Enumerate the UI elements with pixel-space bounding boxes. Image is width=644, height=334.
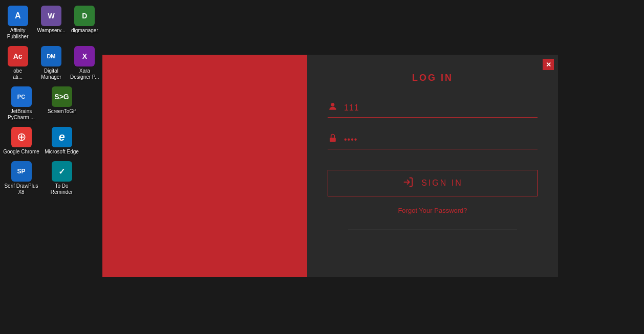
jetbrains-label: JetBrains PyCharm ... (3, 108, 39, 121)
acrobat-icon: Ac (8, 46, 28, 66)
decorative-red-panel (102, 55, 307, 277)
serif-label: Serif DrawPlus X8 (3, 183, 39, 195)
modal-area: ✕ LOG IN (102, 0, 644, 334)
lock-icon (328, 133, 338, 146)
desktop-icon-serif[interactable]: SP Serif DrawPlus X8 (2, 159, 40, 197)
svg-rect-1 (330, 138, 336, 142)
desktop-icon-digmanager[interactable]: D digmanager (69, 4, 100, 42)
sign-in-label: SIGN IN (421, 179, 463, 188)
digital-manager-icon: DM (41, 46, 61, 66)
chrome-label: Google Chrome (3, 149, 39, 155)
desktop: A Affinity Publisher W Wampserv... D dig… (0, 0, 102, 334)
chrome-icon: ⊕ (11, 127, 32, 147)
desktop-icon-affinity-publisher[interactable]: A Affinity Publisher (2, 4, 33, 42)
icon-row-2: Ac obeati... DM Digital Manager X Xara D… (0, 43, 102, 83)
icon-row-3: PC JetBrains PyCharm ... S>G ScreenToGif (0, 83, 102, 124)
username-input-group (328, 101, 538, 118)
todo-icon: ✓ (52, 161, 72, 182)
icon-row-4: ⊕ Google Chrome e Microsoft Edge (0, 124, 102, 158)
username-input[interactable] (344, 103, 538, 113)
desktop-icon-todo[interactable]: ✓ To Do Reminder (42, 159, 81, 197)
desktop-icon-wamp[interactable]: W Wampserv... (35, 4, 67, 42)
screentogif-icon: S>G (52, 86, 72, 107)
forgot-password-link[interactable]: Forgot Your Password? (398, 207, 467, 214)
login-box: ✕ LOG IN (307, 55, 558, 277)
desktop-icon-edge[interactable]: e Microsoft Edge (42, 125, 81, 157)
desktop-icon-acrobat[interactable]: Ac obeati... (2, 44, 33, 82)
edge-label: Microsoft Edge (45, 149, 79, 155)
affinity-publisher-icon: A (8, 6, 28, 26)
password-input-group (328, 133, 538, 149)
xara-icon: X (74, 46, 95, 66)
user-icon (328, 101, 338, 114)
icon-row-1: A Affinity Publisher W Wampserv... D dig… (0, 3, 102, 43)
jetbrains-icon: PC (11, 86, 32, 107)
digmanager-icon: D (74, 6, 95, 26)
sign-in-button[interactable]: SIGN IN (328, 170, 538, 196)
wamp-label: Wampserv... (37, 28, 65, 34)
serif-icon: SP (11, 161, 32, 182)
svg-point-0 (331, 103, 335, 106)
desktop-icon-jetbrains[interactable]: PC JetBrains PyCharm ... (2, 84, 40, 123)
wamp-icon: W (41, 6, 61, 26)
desktop-icon-screentogif[interactable]: S>G ScreenToGif (42, 84, 81, 123)
affinity-publisher-label: Affinity Publisher (3, 28, 32, 40)
edge-icon: e (52, 127, 72, 147)
desktop-icon-grid: A Affinity Publisher W Wampserv... D dig… (0, 3, 102, 198)
acrobat-label: obeati... (13, 68, 23, 80)
sign-in-icon (402, 176, 414, 190)
digmanager-label: digmanager (71, 28, 98, 34)
close-button[interactable]: ✕ (543, 59, 554, 70)
screentogif-label: ScreenToGif (48, 108, 76, 115)
icon-row-5: SP Serif DrawPlus X8 ✓ To Do Reminder (0, 158, 102, 198)
desktop-icon-xara[interactable]: X Xara Designer P... (69, 44, 100, 82)
login-title: LOG IN (412, 73, 453, 83)
password-input[interactable] (344, 135, 538, 144)
desktop-icon-digital-manager[interactable]: DM Digital Manager (35, 44, 67, 82)
digital-manager-label: Digital Manager (36, 68, 66, 80)
xara-label: Xara Designer P... (70, 68, 99, 80)
bottom-divider (348, 230, 517, 230)
desktop-icon-chrome[interactable]: ⊕ Google Chrome (2, 125, 40, 157)
todo-label: To Do Reminder (44, 183, 80, 195)
